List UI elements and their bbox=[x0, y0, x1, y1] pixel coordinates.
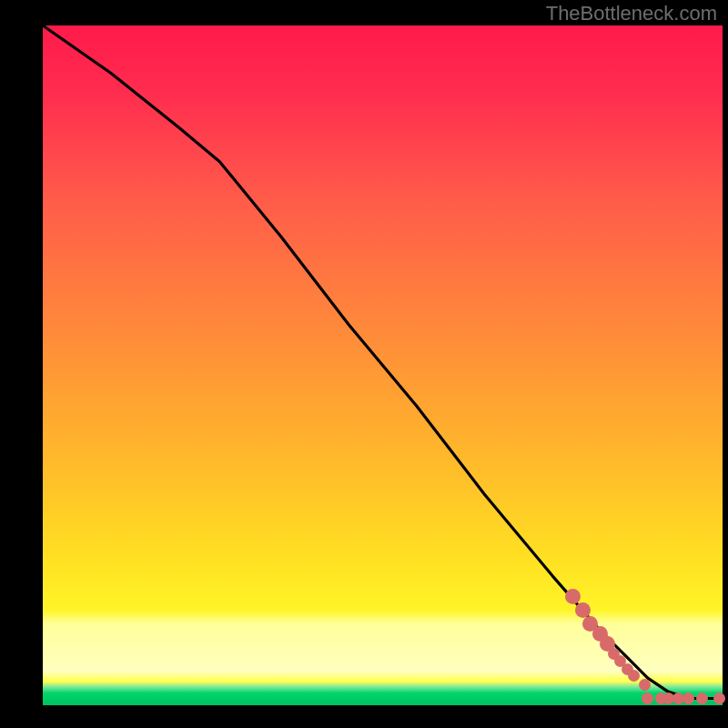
data-marker bbox=[639, 679, 651, 691]
plot-area bbox=[43, 25, 723, 705]
data-marker bbox=[696, 693, 708, 704]
chart-frame: TheBottleneck.com bbox=[0, 0, 728, 728]
curve-layer bbox=[43, 25, 723, 705]
bottleneck-curve bbox=[43, 25, 723, 699]
attribution-text: TheBottleneck.com bbox=[546, 2, 717, 25]
data-marker bbox=[565, 589, 581, 604]
data-marker bbox=[713, 693, 725, 704]
